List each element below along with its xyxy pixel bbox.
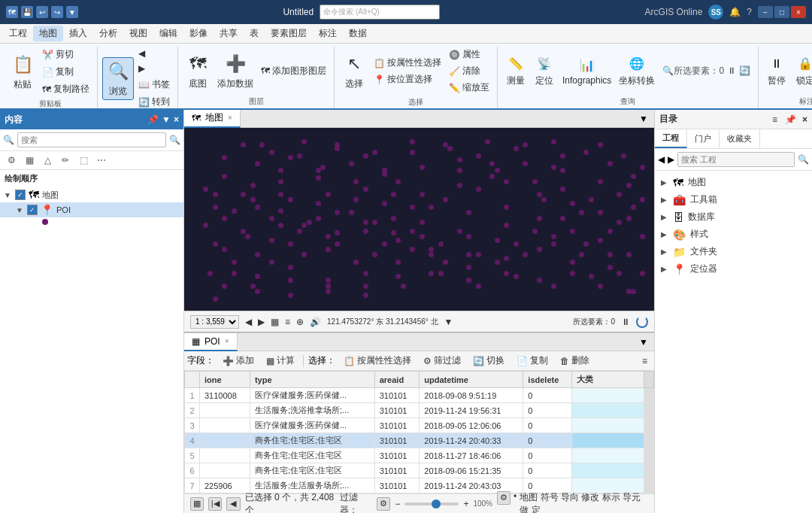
zoom-button[interactable]: ✏️ 缩放至 — [446, 80, 492, 96]
menu-share[interactable]: 共享 — [214, 26, 244, 41]
table-tab-close[interactable]: × — [225, 337, 229, 345]
map-tab[interactable]: 🗺 地图 × — [184, 110, 241, 128]
footer-btn-1[interactable]: ⚙ — [497, 491, 511, 505]
menu-data[interactable]: 数据 — [343, 26, 373, 41]
table-tab-menu[interactable]: ▼ — [639, 337, 654, 348]
right-search-input[interactable] — [677, 152, 795, 167]
panel-layers-btn[interactable]: ⬚ — [75, 153, 92, 168]
search-icon[interactable]: 🔍 — [169, 135, 180, 145]
expand-locator[interactable]: ▶ — [661, 265, 668, 273]
expand-folder[interactable]: ▶ — [661, 247, 668, 256]
th-ione[interactable]: ione — [200, 372, 250, 388]
select-button[interactable]: ↖ 选择 — [339, 50, 369, 92]
title-search-bar[interactable]: 命令搜索 (Alt+Q) — [320, 5, 440, 20]
expand-toolbox[interactable]: ▶ — [661, 196, 668, 204]
tab-portal[interactable]: 门户 — [687, 129, 720, 148]
filter-btn[interactable]: ⚙ 筛过滤 — [420, 353, 465, 369]
calc-btn[interactable]: ▦ 计算 — [262, 353, 298, 369]
menu-edit[interactable]: 编辑 — [153, 26, 183, 41]
table-row[interactable]: 13110008医疗保健服务;医药保健...3101012018-09-08 9… — [185, 388, 654, 403]
tab-project[interactable]: 工程 — [655, 129, 687, 148]
table-row[interactable]: 2生活服务;洗浴推拿场所;...3101012019-11-24 19:56:3… — [185, 403, 654, 418]
right-menu-icon[interactable]: ≡ — [772, 114, 777, 125]
catalog-item-folder[interactable]: ▶ 📁 文件夹 — [655, 243, 812, 260]
pause-button[interactable]: ⏸ 暂停 — [763, 53, 790, 89]
expand-poi-icon[interactable]: ▼ — [15, 205, 24, 214]
table-menu-btn[interactable]: ≡ — [638, 354, 651, 368]
add-graphics-layer-button[interactable]: 🗺 添加图形图层 — [258, 63, 329, 79]
expand-style[interactable]: ▶ — [661, 230, 668, 238]
menu-label[interactable]: 标注 — [313, 26, 343, 41]
copy-button[interactable]: 📄 复制 — [39, 64, 92, 80]
right-search-icon[interactable]: 🔍 — [798, 154, 809, 165]
goto-button[interactable]: 🔄 转到 — [135, 94, 173, 110]
th-daclass[interactable]: 大类 — [572, 372, 644, 388]
delete-tbl-btn[interactable]: 🗑 删除 — [556, 353, 593, 369]
coord-convert-button[interactable]: 🌐 坐标转换 — [616, 53, 658, 89]
map-tab-menu[interactable]: ▼ — [639, 114, 654, 124]
menu-project[interactable]: 工程 — [3, 26, 33, 41]
forward-button[interactable]: ▶ — [135, 62, 173, 75]
pin-icon[interactable]: 📌 — [147, 114, 159, 125]
menu-image[interactable]: 影像 — [183, 26, 214, 41]
location-select-button[interactable]: 📍 按位置选择 — [371, 71, 444, 87]
poi-checkbox[interactable]: ✓ — [27, 205, 38, 215]
map-checkbox[interactable]: ✓ — [15, 190, 26, 200]
th-type[interactable]: type — [250, 372, 374, 388]
table-row[interactable]: 3医疗保健服务;医药保健...3101012018-09-05 12:06:06… — [185, 418, 654, 433]
tree-item-map[interactable]: ▼ ✓ 🗺 地图 — [0, 187, 183, 202]
add-field-btn[interactable]: ➕ 添加 — [219, 353, 258, 369]
table-wrapper[interactable]: ione type areaid updatetime isdelete 大类 … — [184, 371, 654, 493]
th-isdelete[interactable]: isdelete — [523, 372, 572, 388]
nav-back-btn[interactable]: ◀ — [245, 317, 252, 327]
menu-analysis[interactable]: 分析 — [93, 26, 123, 41]
table-icon-btn[interactable]: ▦ — [190, 497, 204, 511]
zoom-slider[interactable] — [404, 502, 459, 505]
panel-table-btn[interactable]: ▦ — [21, 153, 38, 168]
expand-catalog-map[interactable]: ▶ — [661, 178, 668, 187]
bookmark-button[interactable]: 📖 书签 — [135, 77, 173, 93]
switch-btn[interactable]: 🔄 切换 — [469, 353, 508, 369]
slider-thumb[interactable] — [432, 499, 441, 508]
paste-button[interactable]: 📋 粘贴 — [8, 51, 38, 93]
infographics-button[interactable]: 📊 Infographics — [559, 54, 614, 87]
attr-button[interactable]: 🔘 属性 — [446, 47, 492, 62]
copy-tbl-btn[interactable]: 📄 复制 — [513, 353, 552, 369]
menu-insert[interactable]: 插入 — [63, 26, 93, 41]
pause-map-icon[interactable]: ⏸ — [621, 317, 630, 327]
prev-page-btn[interactable]: ◀ — [226, 497, 240, 511]
lock-button[interactable]: 🔒 锁定 — [792, 53, 812, 89]
map-container[interactable]: 1 : 3,559 ◀ ▶ ▦ ≡ ⊕ 🔊 121.4753272° 东 31.… — [184, 128, 654, 332]
attr-select-tbl-btn[interactable]: 📋 按属性性选择 — [340, 353, 415, 369]
coord-dropdown-icon[interactable]: ▼ — [444, 317, 453, 327]
close-panel-icon[interactable]: × — [174, 114, 179, 125]
th-areaid[interactable]: areaid — [374, 372, 420, 388]
back-button[interactable]: ◀ — [135, 47, 173, 60]
menu-map[interactable]: 地图 — [33, 26, 63, 41]
right-back-icon[interactable]: ◀ — [658, 154, 665, 165]
tab-favorites[interactable]: 收藏夹 — [720, 129, 760, 148]
catalog-item-toolbox[interactable]: ▶ 🧰 工具箱 — [655, 191, 812, 208]
filter-footer-btn[interactable]: ⚙ — [377, 497, 390, 511]
cut-button[interactable]: ✂️ 剪切 — [39, 47, 92, 62]
map-scale-select[interactable]: 1 : 3,559 — [190, 315, 239, 329]
catalog-item-database[interactable]: ▶ 🗄 数据库 — [655, 208, 812, 226]
expand-map-icon[interactable]: ▼ — [3, 190, 12, 199]
left-search-input[interactable] — [17, 132, 166, 147]
copy-path-button[interactable]: 🗺 复制路径 — [39, 81, 92, 97]
menu-feature-layer[interactable]: 要素图层 — [265, 26, 313, 41]
right-close-icon[interactable]: × — [802, 114, 807, 125]
table-row[interactable]: 5商务住宅;住宅区;住宅区3101012018-11-27 18:46:060 — [185, 448, 654, 463]
tree-item-poi[interactable]: ▼ ✓ 📍 POI — [0, 202, 183, 217]
zoom-in-icon[interactable]: ⊕ — [296, 317, 304, 327]
th-updatetime[interactable]: updatetime — [420, 372, 523, 388]
panel-menu-icon[interactable]: ▼ — [162, 114, 171, 125]
maximize-button[interactable]: □ — [774, 6, 789, 18]
add-data-button[interactable]: ➕ 添加数据 — [214, 50, 256, 92]
menu-view[interactable]: 视图 — [123, 26, 153, 41]
panel-more-btn[interactable]: ⋯ — [93, 153, 110, 168]
expand-database[interactable]: ▶ — [661, 213, 668, 221]
minimize-button[interactable]: − — [758, 6, 773, 18]
measure-button[interactable]: 📏 测量 — [502, 53, 529, 89]
right-forward-icon[interactable]: ▶ — [668, 154, 674, 165]
